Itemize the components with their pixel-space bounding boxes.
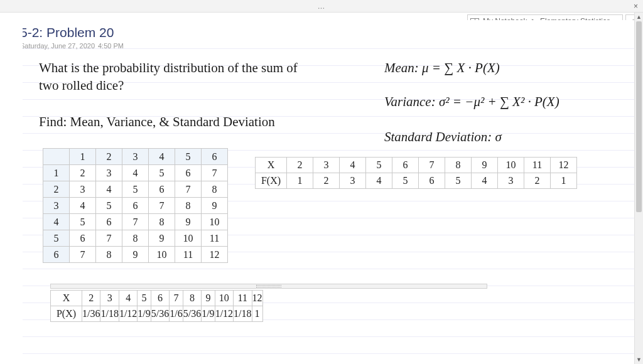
title-bar: … × [0,0,643,13]
question-text: What is the probability distribution of … [39,59,365,95]
formula-stddev: Standard Deviation: σ [384,128,502,146]
page-date: Saturday, June 27, 2020 [23,42,95,50]
page-title: 5-2: Problem 20 [23,25,114,40]
overflow-icon[interactable]: … [318,2,326,11]
scroll-thumb[interactable] [636,21,642,212]
table-grab-handle[interactable] [50,284,487,289]
probability-table: X 23456789101112 P(X) 1/361/181/121/95/3… [50,290,263,322]
close-icon[interactable]: × [634,2,638,11]
vertical-scrollbar[interactable]: ▲ ▼ [634,13,643,364]
find-text: Find: Mean, Variance, & Standard Deviati… [39,113,275,131]
dice-sum-table: 1 2 3 4 5 6 1234567 2345678 3456789 4567… [43,148,228,263]
formula-variance: Variance: σ² = −μ² + ∑ X² · P(X) [384,93,559,110]
scroll-up-icon[interactable]: ▲ [635,13,643,21]
frequency-table: X 23456789101112 F(X) 12345654321 [255,157,577,189]
formula-mean: Mean: μ = ∑ X · P(X) [384,59,500,77]
page-canvas[interactable]: // draw horizontal ruled lines before co… [23,20,634,364]
page-time: 4:50 PM [98,42,124,50]
scroll-down-icon[interactable]: ▼ [635,355,643,364]
